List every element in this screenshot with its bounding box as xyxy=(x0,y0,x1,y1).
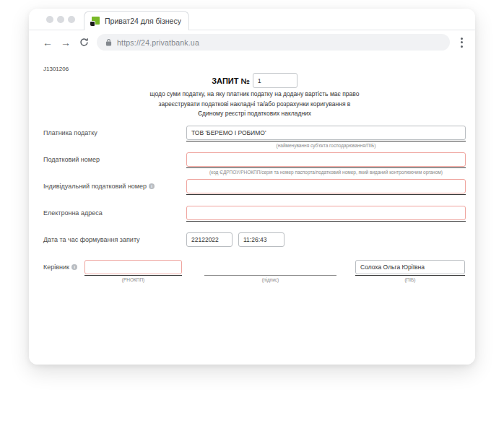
window-control-dot[interactable] xyxy=(57,16,64,23)
field-underline xyxy=(84,275,182,276)
datetime-label: Дата та час формування запиту xyxy=(43,232,186,259)
director-rnokpp-input[interactable] xyxy=(84,260,182,274)
director-name-hint: (ПІБ) xyxy=(355,277,465,282)
subtitle-line: щодо суми податку, на яку платник податк… xyxy=(43,90,466,100)
field-row-director: Керівник (РНОКПП) (підпис) (ПІБ) xyxy=(43,260,466,282)
navigation-bar: ← → https://24.privatbank.ua xyxy=(29,30,475,54)
request-header: ЗАПИТ № xyxy=(43,73,466,88)
field-underline xyxy=(186,141,466,141)
info-icon[interactable] xyxy=(149,183,155,189)
browser-window: Приват24 для бізнесу ← → https://24.priv… xyxy=(29,9,475,365)
director-label: Керівник xyxy=(43,260,84,282)
tax-number-input[interactable] xyxy=(186,152,466,167)
window-control-dot[interactable] xyxy=(46,16,53,23)
request-title: ЗАПИТ № xyxy=(212,77,250,85)
payer-label: Платника податку xyxy=(43,126,186,152)
info-icon[interactable] xyxy=(71,264,77,270)
director-name-input[interactable] xyxy=(355,260,465,274)
url-text: https://24.privatbank.ua xyxy=(117,38,199,47)
email-input[interactable] xyxy=(186,206,466,220)
field-row-individual-tax-number: Індивідуальний податковий номер xyxy=(43,179,466,206)
tab-bar: Приват24 для бізнесу xyxy=(29,9,475,30)
field-underline xyxy=(355,275,465,276)
signature-line xyxy=(204,275,336,276)
field-row-datetime: Дата та час формування запиту xyxy=(43,232,466,259)
tax-number-hint: (код ЄДРПОУ/РНОКПП/серія та номер паспор… xyxy=(186,170,466,175)
page-content: J1301206 ЗАПИТ № щодо суми податку, на я… xyxy=(29,54,475,365)
request-time-input[interactable] xyxy=(238,232,284,247)
payer-input[interactable] xyxy=(186,126,466,140)
individual-tax-number-label-text: Індивідуальний податковий номер xyxy=(43,183,147,190)
field-row-email: Електронна адреса xyxy=(43,206,466,232)
field-underline xyxy=(186,167,466,168)
field-row-tax-number: Податковий номер (код ЄДРПОУ/РНОКПП/сері… xyxy=(43,152,466,179)
tab-title: Приват24 для бізнесу xyxy=(105,17,181,25)
reload-icon[interactable] xyxy=(77,38,91,47)
address-bar[interactable]: https://24.privatbank.ua xyxy=(97,34,450,51)
field-underline xyxy=(186,194,466,195)
email-label: Електронна адреса xyxy=(43,206,186,232)
individual-tax-number-input[interactable] xyxy=(186,179,466,193)
window-control-dot[interactable] xyxy=(68,16,75,23)
director-signature-hint: (підпис) xyxy=(204,277,336,282)
field-underline xyxy=(186,221,466,222)
request-date-input[interactable] xyxy=(186,232,233,247)
subtitle-line: Єдиному реєстрі податкових накладних xyxy=(43,109,466,119)
field-row-payer: Платника податку (найменування суб'єкта … xyxy=(43,126,466,152)
individual-tax-number-label: Індивідуальний податковий номер xyxy=(43,179,186,206)
request-subtitle: щодо суми податку, на яку платник податк… xyxy=(43,90,466,119)
subtitle-line: зареєструвати податкові накладні та/або … xyxy=(43,100,466,110)
director-rnokpp-hint: (РНОКПП) xyxy=(84,277,182,282)
lock-icon xyxy=(105,38,112,46)
request-number-input[interactable] xyxy=(253,73,297,88)
back-icon[interactable]: ← xyxy=(40,38,55,48)
forward-icon[interactable]: → xyxy=(58,38,73,48)
browser-menu-icon[interactable] xyxy=(456,38,466,48)
payer-hint: (найменування суб'єкта господарювання/ПІ… xyxy=(186,143,466,148)
privatbank-logo-icon xyxy=(90,17,100,26)
tab-privat24[interactable]: Приват24 для бізнесу xyxy=(84,11,189,30)
window-controls xyxy=(46,16,75,23)
director-label-text: Керівник xyxy=(43,263,69,271)
tax-number-label: Податковий номер xyxy=(43,152,186,179)
form-code: J1301206 xyxy=(43,54,466,73)
